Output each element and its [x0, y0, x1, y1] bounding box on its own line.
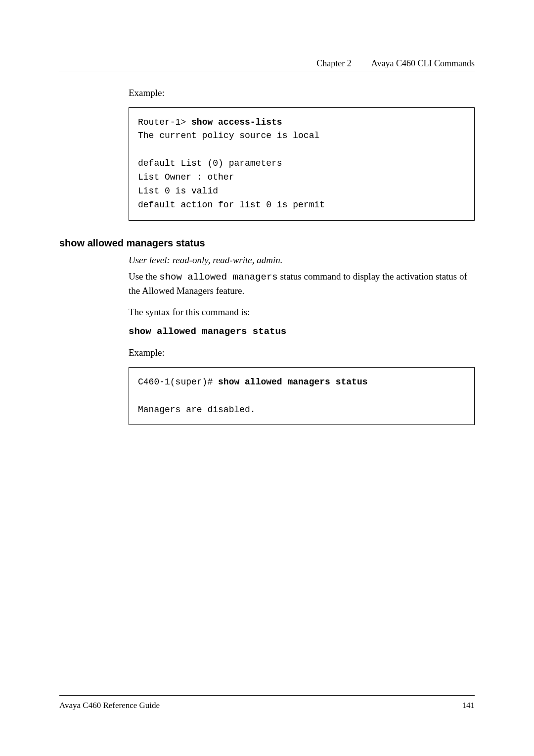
- para-mono: show allowed managers: [159, 272, 277, 283]
- code-line: default List (0) parameters: [138, 158, 282, 168]
- code-line: List Owner : other: [138, 172, 234, 182]
- syntax-command: show allowed managers status: [129, 326, 475, 337]
- chapter-label: Chapter 2: [316, 58, 351, 69]
- footer-left: Avaya C460 Reference Guide: [59, 701, 160, 710]
- code-block-1: Router-1> show access-lists The current …: [129, 107, 475, 221]
- example-label: Example:: [129, 86, 475, 100]
- description-paragraph: Use the show allowed managers status com…: [129, 270, 475, 298]
- page-number: 141: [462, 701, 475, 710]
- para-pre: Use the: [129, 271, 159, 282]
- code-prompt: C460-1(super)#: [138, 377, 218, 387]
- section-heading: show allowed managers status: [59, 237, 475, 249]
- code-block-2: C460-1(super)# show allowed managers sta…: [129, 367, 475, 425]
- code-line: List 0 is valid: [138, 186, 218, 196]
- code-command: show access-lists: [191, 117, 282, 127]
- user-level-note: User level: read-only, read-write, admin…: [129, 255, 475, 266]
- syntax-label: The syntax for this command is:: [129, 305, 475, 320]
- example-label: Example:: [129, 346, 475, 360]
- footer-rule: [59, 695, 475, 696]
- header-title: Avaya C460 CLI Commands: [371, 58, 475, 69]
- page-header: Chapter 2 Avaya C460 CLI Commands: [59, 58, 475, 69]
- page-footer: Avaya C460 Reference Guide 141: [59, 695, 475, 710]
- code-line: Managers are disabled.: [138, 405, 256, 415]
- code-line: The current policy source is local: [138, 131, 319, 141]
- code-prompt: Router-1>: [138, 117, 191, 127]
- code-line: default action for list 0 is permit: [138, 200, 325, 210]
- header-rule: [59, 72, 475, 72]
- code-command: show allowed managers status: [218, 377, 367, 387]
